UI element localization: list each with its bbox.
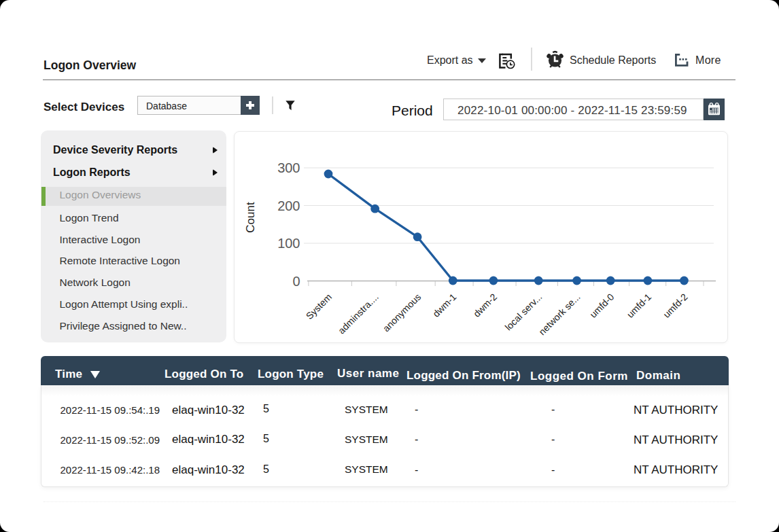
svg-text:umfd-1: umfd-1 [625,291,653,320]
svg-text:dwm-1: dwm-1 [430,291,458,319]
svg-text:adminstra....: adminstra.... [336,291,381,336]
svg-text:anonymous: anonymous [381,291,423,334]
svg-text:Count: Count [244,202,257,233]
svg-text:0: 0 [292,274,300,289]
svg-text:100: 100 [277,236,300,251]
svg-text:local serv...: local serv... [503,291,544,333]
svg-text:network se...: network se... [536,291,582,337]
svg-text:200: 200 [277,198,300,213]
svg-text:dwm-2: dwm-2 [471,291,499,319]
svg-text:umfd-0: umfd-0 [587,291,616,320]
svg-text:System: System [304,291,334,321]
svg-text:umfd-2: umfd-2 [661,291,689,320]
svg-text:300: 300 [277,160,300,175]
